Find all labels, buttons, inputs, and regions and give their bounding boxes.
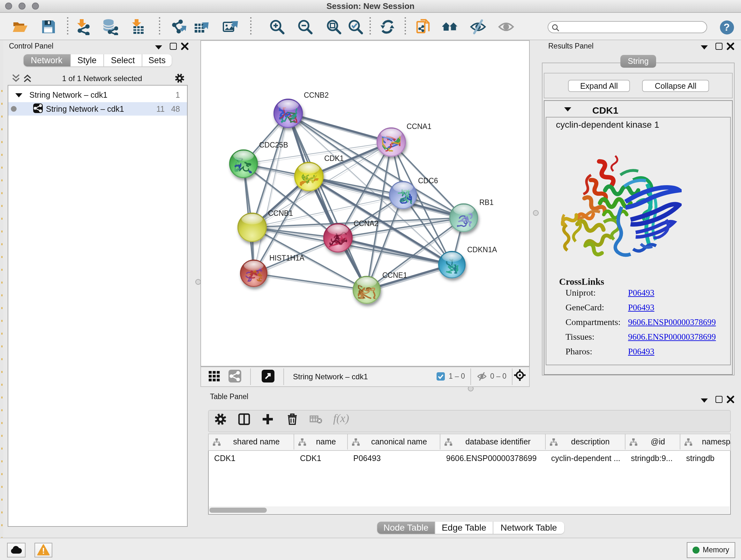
svg-text:CDKN1A: CDKN1A xyxy=(467,246,497,254)
svg-text:RB1: RB1 xyxy=(479,198,494,206)
svg-text:CCNB1: CCNB1 xyxy=(268,209,293,217)
svg-text:CCNA2: CCNA2 xyxy=(354,219,379,228)
svg-text:CDC25B: CDC25B xyxy=(259,141,288,149)
svg-text:CDK1: CDK1 xyxy=(324,154,344,163)
svg-text:CCNE1: CCNE1 xyxy=(382,271,407,279)
svg-text:HIST1H1A: HIST1H1A xyxy=(269,254,305,262)
svg-text:CCNA1: CCNA1 xyxy=(407,122,431,131)
svg-text:CCNB2: CCNB2 xyxy=(304,91,329,99)
svg-text:CDC6: CDC6 xyxy=(418,177,438,185)
